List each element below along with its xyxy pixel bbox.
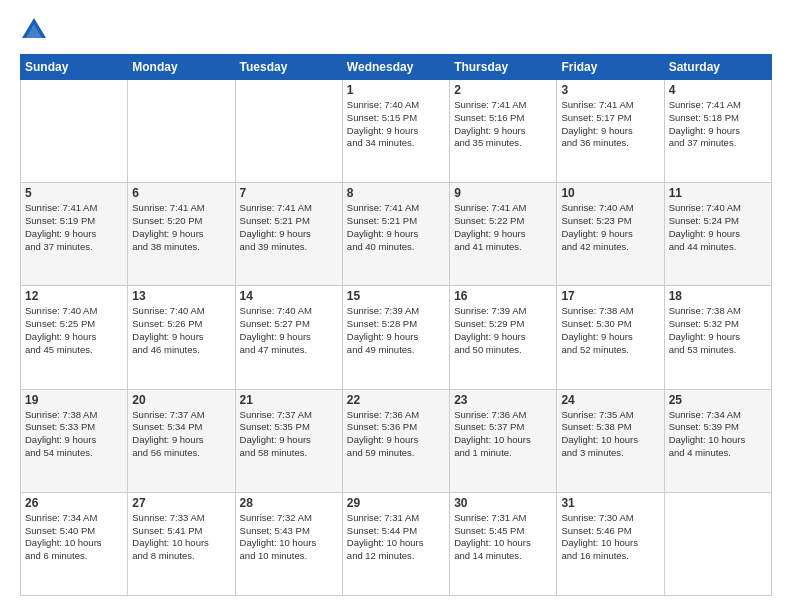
- day-header: Thursday: [450, 55, 557, 80]
- day-info: Sunrise: 7:40 AM Sunset: 5:24 PM Dayligh…: [669, 202, 767, 253]
- day-number: 13: [132, 289, 230, 303]
- day-info: Sunrise: 7:36 AM Sunset: 5:36 PM Dayligh…: [347, 409, 445, 460]
- day-number: 18: [669, 289, 767, 303]
- day-header: Tuesday: [235, 55, 342, 80]
- calendar-cell: 21Sunrise: 7:37 AM Sunset: 5:35 PM Dayli…: [235, 389, 342, 492]
- day-number: 25: [669, 393, 767, 407]
- calendar-cell: 13Sunrise: 7:40 AM Sunset: 5:26 PM Dayli…: [128, 286, 235, 389]
- day-info: Sunrise: 7:41 AM Sunset: 5:20 PM Dayligh…: [132, 202, 230, 253]
- calendar-week-row: 1Sunrise: 7:40 AM Sunset: 5:15 PM Daylig…: [21, 80, 772, 183]
- day-number: 10: [561, 186, 659, 200]
- day-info: Sunrise: 7:41 AM Sunset: 5:18 PM Dayligh…: [669, 99, 767, 150]
- calendar-cell: 24Sunrise: 7:35 AM Sunset: 5:38 PM Dayli…: [557, 389, 664, 492]
- calendar-cell: 16Sunrise: 7:39 AM Sunset: 5:29 PM Dayli…: [450, 286, 557, 389]
- calendar-cell: [664, 492, 771, 595]
- day-info: Sunrise: 7:38 AM Sunset: 5:33 PM Dayligh…: [25, 409, 123, 460]
- day-info: Sunrise: 7:31 AM Sunset: 5:45 PM Dayligh…: [454, 512, 552, 563]
- calendar-cell: 4Sunrise: 7:41 AM Sunset: 5:18 PM Daylig…: [664, 80, 771, 183]
- calendar-week-row: 12Sunrise: 7:40 AM Sunset: 5:25 PM Dayli…: [21, 286, 772, 389]
- calendar-cell: 27Sunrise: 7:33 AM Sunset: 5:41 PM Dayli…: [128, 492, 235, 595]
- calendar-cell: 12Sunrise: 7:40 AM Sunset: 5:25 PM Dayli…: [21, 286, 128, 389]
- day-number: 24: [561, 393, 659, 407]
- day-info: Sunrise: 7:40 AM Sunset: 5:26 PM Dayligh…: [132, 305, 230, 356]
- calendar-week-row: 26Sunrise: 7:34 AM Sunset: 5:40 PM Dayli…: [21, 492, 772, 595]
- calendar-cell: 29Sunrise: 7:31 AM Sunset: 5:44 PM Dayli…: [342, 492, 449, 595]
- day-number: 31: [561, 496, 659, 510]
- day-number: 21: [240, 393, 338, 407]
- calendar-header-row: SundayMondayTuesdayWednesdayThursdayFrid…: [21, 55, 772, 80]
- calendar-cell: 15Sunrise: 7:39 AM Sunset: 5:28 PM Dayli…: [342, 286, 449, 389]
- day-info: Sunrise: 7:38 AM Sunset: 5:30 PM Dayligh…: [561, 305, 659, 356]
- day-number: 6: [132, 186, 230, 200]
- calendar-cell: 3Sunrise: 7:41 AM Sunset: 5:17 PM Daylig…: [557, 80, 664, 183]
- day-number: 1: [347, 83, 445, 97]
- day-info: Sunrise: 7:39 AM Sunset: 5:29 PM Dayligh…: [454, 305, 552, 356]
- day-number: 7: [240, 186, 338, 200]
- day-number: 27: [132, 496, 230, 510]
- day-number: 14: [240, 289, 338, 303]
- calendar-cell: 25Sunrise: 7:34 AM Sunset: 5:39 PM Dayli…: [664, 389, 771, 492]
- day-info: Sunrise: 7:33 AM Sunset: 5:41 PM Dayligh…: [132, 512, 230, 563]
- day-header: Sunday: [21, 55, 128, 80]
- calendar-cell: 30Sunrise: 7:31 AM Sunset: 5:45 PM Dayli…: [450, 492, 557, 595]
- day-number: 5: [25, 186, 123, 200]
- day-header: Wednesday: [342, 55, 449, 80]
- logo: [20, 16, 52, 44]
- day-info: Sunrise: 7:36 AM Sunset: 5:37 PM Dayligh…: [454, 409, 552, 460]
- calendar-cell: 10Sunrise: 7:40 AM Sunset: 5:23 PM Dayli…: [557, 183, 664, 286]
- calendar-cell: 11Sunrise: 7:40 AM Sunset: 5:24 PM Dayli…: [664, 183, 771, 286]
- calendar-cell: 31Sunrise: 7:30 AM Sunset: 5:46 PM Dayli…: [557, 492, 664, 595]
- day-info: Sunrise: 7:30 AM Sunset: 5:46 PM Dayligh…: [561, 512, 659, 563]
- day-number: 16: [454, 289, 552, 303]
- calendar-cell: [21, 80, 128, 183]
- calendar-cell: 14Sunrise: 7:40 AM Sunset: 5:27 PM Dayli…: [235, 286, 342, 389]
- day-number: 12: [25, 289, 123, 303]
- day-number: 28: [240, 496, 338, 510]
- day-number: 26: [25, 496, 123, 510]
- calendar-table: SundayMondayTuesdayWednesdayThursdayFrid…: [20, 54, 772, 596]
- day-info: Sunrise: 7:40 AM Sunset: 5:25 PM Dayligh…: [25, 305, 123, 356]
- calendar-cell: 20Sunrise: 7:37 AM Sunset: 5:34 PM Dayli…: [128, 389, 235, 492]
- day-header: Saturday: [664, 55, 771, 80]
- calendar-week-row: 5Sunrise: 7:41 AM Sunset: 5:19 PM Daylig…: [21, 183, 772, 286]
- calendar-cell: 18Sunrise: 7:38 AM Sunset: 5:32 PM Dayli…: [664, 286, 771, 389]
- day-info: Sunrise: 7:32 AM Sunset: 5:43 PM Dayligh…: [240, 512, 338, 563]
- calendar-week-row: 19Sunrise: 7:38 AM Sunset: 5:33 PM Dayli…: [21, 389, 772, 492]
- day-info: Sunrise: 7:35 AM Sunset: 5:38 PM Dayligh…: [561, 409, 659, 460]
- day-number: 20: [132, 393, 230, 407]
- day-info: Sunrise: 7:31 AM Sunset: 5:44 PM Dayligh…: [347, 512, 445, 563]
- calendar-cell: 22Sunrise: 7:36 AM Sunset: 5:36 PM Dayli…: [342, 389, 449, 492]
- day-info: Sunrise: 7:40 AM Sunset: 5:27 PM Dayligh…: [240, 305, 338, 356]
- day-header: Friday: [557, 55, 664, 80]
- day-number: 30: [454, 496, 552, 510]
- day-info: Sunrise: 7:40 AM Sunset: 5:23 PM Dayligh…: [561, 202, 659, 253]
- calendar-cell: 7Sunrise: 7:41 AM Sunset: 5:21 PM Daylig…: [235, 183, 342, 286]
- day-number: 19: [25, 393, 123, 407]
- day-number: 23: [454, 393, 552, 407]
- calendar-cell: 1Sunrise: 7:40 AM Sunset: 5:15 PM Daylig…: [342, 80, 449, 183]
- day-info: Sunrise: 7:41 AM Sunset: 5:21 PM Dayligh…: [240, 202, 338, 253]
- calendar-cell: 6Sunrise: 7:41 AM Sunset: 5:20 PM Daylig…: [128, 183, 235, 286]
- calendar-cell: 8Sunrise: 7:41 AM Sunset: 5:21 PM Daylig…: [342, 183, 449, 286]
- day-info: Sunrise: 7:37 AM Sunset: 5:35 PM Dayligh…: [240, 409, 338, 460]
- day-info: Sunrise: 7:41 AM Sunset: 5:22 PM Dayligh…: [454, 202, 552, 253]
- header: [20, 16, 772, 44]
- day-info: Sunrise: 7:41 AM Sunset: 5:21 PM Dayligh…: [347, 202, 445, 253]
- page: SundayMondayTuesdayWednesdayThursdayFrid…: [0, 0, 792, 612]
- calendar-cell: 2Sunrise: 7:41 AM Sunset: 5:16 PM Daylig…: [450, 80, 557, 183]
- calendar-cell: 19Sunrise: 7:38 AM Sunset: 5:33 PM Dayli…: [21, 389, 128, 492]
- calendar-cell: [128, 80, 235, 183]
- day-info: Sunrise: 7:38 AM Sunset: 5:32 PM Dayligh…: [669, 305, 767, 356]
- day-number: 9: [454, 186, 552, 200]
- day-number: 4: [669, 83, 767, 97]
- day-info: Sunrise: 7:40 AM Sunset: 5:15 PM Dayligh…: [347, 99, 445, 150]
- day-info: Sunrise: 7:41 AM Sunset: 5:17 PM Dayligh…: [561, 99, 659, 150]
- day-number: 15: [347, 289, 445, 303]
- day-number: 3: [561, 83, 659, 97]
- calendar-cell: 23Sunrise: 7:36 AM Sunset: 5:37 PM Dayli…: [450, 389, 557, 492]
- day-info: Sunrise: 7:37 AM Sunset: 5:34 PM Dayligh…: [132, 409, 230, 460]
- calendar-cell: 17Sunrise: 7:38 AM Sunset: 5:30 PM Dayli…: [557, 286, 664, 389]
- calendar-cell: 9Sunrise: 7:41 AM Sunset: 5:22 PM Daylig…: [450, 183, 557, 286]
- day-info: Sunrise: 7:34 AM Sunset: 5:39 PM Dayligh…: [669, 409, 767, 460]
- day-info: Sunrise: 7:39 AM Sunset: 5:28 PM Dayligh…: [347, 305, 445, 356]
